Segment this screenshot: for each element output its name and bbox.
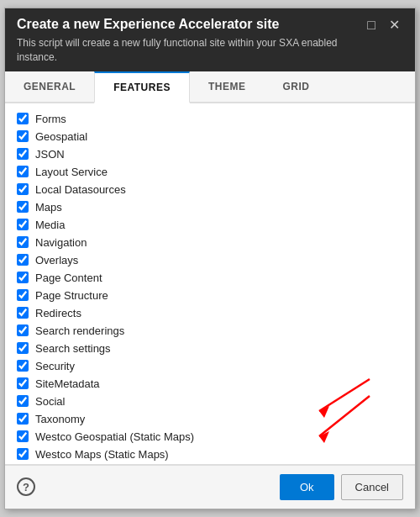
dialog-body: FormsGeospatialJSONLayout ServiceLocal D… bbox=[5, 103, 415, 465]
feature-label: JSON bbox=[35, 148, 65, 161]
feature-checkbox[interactable] bbox=[17, 166, 29, 177]
list-item: Search settings bbox=[15, 340, 412, 357]
feature-label: Layout Service bbox=[35, 166, 108, 178]
list-item: JSON bbox=[15, 145, 412, 163]
feature-checkbox[interactable] bbox=[17, 236, 29, 248]
feature-label: Overlays bbox=[35, 254, 78, 266]
ok-button[interactable]: Ok bbox=[280, 474, 334, 500]
feature-checkbox[interactable] bbox=[17, 342, 29, 354]
feature-label: Taxonomy bbox=[35, 413, 85, 425]
feature-label: Westco Geospatial (Static Maps) bbox=[35, 430, 194, 443]
feature-label: Redirects bbox=[35, 307, 81, 319]
list-item: Layout Service bbox=[15, 163, 412, 181]
feature-label: Page Structure bbox=[35, 289, 108, 302]
list-item: Page Content bbox=[15, 269, 412, 287]
feature-label: Security bbox=[35, 360, 75, 372]
list-item: Security bbox=[15, 357, 412, 375]
footer-left: ? bbox=[17, 477, 35, 496]
list-item: Maps bbox=[15, 198, 412, 216]
feature-label: Media bbox=[35, 219, 65, 231]
close-button[interactable]: ✕ bbox=[386, 17, 403, 34]
header-left: Create a new Experience Accelerator site… bbox=[17, 17, 354, 65]
feature-checkbox[interactable] bbox=[17, 113, 29, 124]
feature-label: Navigation bbox=[35, 236, 87, 249]
feature-label: Social bbox=[35, 395, 65, 408]
feature-checkbox[interactable] bbox=[17, 395, 29, 407]
list-item: SiteMetadata bbox=[15, 375, 412, 393]
feature-checkbox[interactable] bbox=[17, 377, 29, 389]
minimize-button[interactable]: □ bbox=[364, 17, 379, 34]
feature-checkbox[interactable] bbox=[17, 183, 29, 195]
feature-checkbox[interactable] bbox=[17, 201, 29, 213]
tab-grid[interactable]: GRID bbox=[264, 71, 328, 103]
cancel-button[interactable]: Cancel bbox=[341, 474, 403, 500]
tab-theme[interactable]: THEME bbox=[190, 71, 265, 103]
list-item: Media bbox=[15, 216, 412, 234]
feature-checkbox[interactable] bbox=[17, 219, 29, 230]
list-item: Taxonomy bbox=[15, 410, 412, 428]
dialog-footer: ? Ok Cancel bbox=[5, 465, 415, 509]
feature-checkbox[interactable] bbox=[17, 272, 29, 283]
dialog-title: Create a new Experience Accelerator site bbox=[17, 17, 354, 32]
feature-label: Geospatial bbox=[35, 130, 87, 143]
list-item: Search renderings bbox=[15, 322, 412, 340]
feature-checkbox[interactable] bbox=[17, 254, 29, 266]
feature-checkbox[interactable] bbox=[17, 324, 29, 336]
feature-checkbox[interactable] bbox=[17, 448, 29, 460]
feature-checkbox[interactable] bbox=[17, 430, 29, 442]
feature-label: Page Content bbox=[35, 272, 102, 284]
feature-label: Westco Maps (Static Maps) bbox=[35, 448, 169, 461]
list-item: Page Structure bbox=[15, 287, 412, 304]
tab-general[interactable]: GENERAL bbox=[5, 71, 94, 103]
tab-features[interactable]: FEATURES bbox=[94, 71, 190, 103]
list-item: Social bbox=[15, 393, 412, 410]
feature-checkbox[interactable] bbox=[17, 148, 29, 160]
feature-checkbox[interactable] bbox=[17, 130, 29, 142]
feature-checkbox[interactable] bbox=[17, 289, 29, 301]
list-item: Westco Geospatial (Static Maps) bbox=[15, 428, 412, 446]
header-controls: □ ✕ bbox=[364, 17, 403, 34]
help-button[interactable]: ? bbox=[17, 477, 35, 496]
list-item: Westco Maps (Static Maps) bbox=[15, 446, 412, 463]
feature-label: SiteMetadata bbox=[35, 377, 100, 390]
list-item: Geospatial bbox=[15, 128, 412, 145]
features-list: FormsGeospatialJSONLayout ServiceLocal D… bbox=[5, 103, 415, 465]
create-site-dialog: Create a new Experience Accelerator site… bbox=[4, 8, 416, 509]
list-item: Redirects bbox=[15, 304, 412, 322]
feature-label: Search renderings bbox=[35, 324, 124, 337]
feature-label: Maps bbox=[35, 201, 62, 214]
dialog-header: Create a new Experience Accelerator site… bbox=[5, 8, 415, 71]
dialog-subtitle: This script will create a new fully func… bbox=[17, 36, 354, 65]
list-item: Overlays bbox=[15, 251, 412, 269]
list-item: Navigation bbox=[15, 234, 412, 251]
feature-label: Forms bbox=[35, 113, 66, 125]
list-item: Local Datasources bbox=[15, 181, 412, 198]
footer-right: Ok Cancel bbox=[280, 474, 403, 500]
feature-label: Local Datasources bbox=[35, 183, 126, 196]
feature-checkbox[interactable] bbox=[17, 307, 29, 319]
tab-bar: GENERAL FEATURES THEME GRID bbox=[5, 71, 415, 103]
feature-checkbox[interactable] bbox=[17, 413, 29, 425]
feature-label: Search settings bbox=[35, 342, 111, 355]
list-item: Forms bbox=[15, 110, 412, 128]
feature-checkbox[interactable] bbox=[17, 360, 29, 372]
